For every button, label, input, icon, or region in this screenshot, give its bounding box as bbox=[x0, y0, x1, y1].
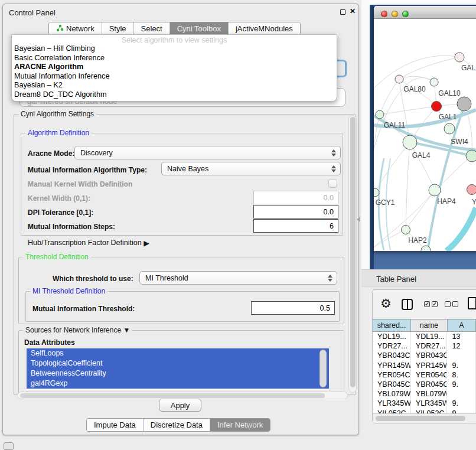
zoom-traffic-light-icon[interactable] bbox=[402, 11, 409, 17]
stepper-arrows-icon bbox=[327, 274, 332, 282]
column-header[interactable]: name bbox=[411, 319, 448, 331]
table-cell: YBR045C bbox=[373, 380, 411, 389]
network-canvas[interactable]: GALGAL80GAL10GAL1GAL11SWI4GAL4GCY1HAP4YH… bbox=[374, 19, 476, 251]
network-node-gal1[interactable] bbox=[432, 102, 442, 112]
mi-threshold-field[interactable]: 0.5 bbox=[251, 301, 335, 315]
network-node[interactable] bbox=[466, 150, 476, 162]
close-traffic-light-icon[interactable] bbox=[381, 11, 387, 17]
select-all-icon[interactable]: ✓✓ bbox=[424, 301, 438, 307]
control-panel-titlebar: Control Panel ✕ bbox=[3, 4, 358, 21]
network-node-gcy1[interactable] bbox=[374, 188, 379, 197]
node-label: GAL1 bbox=[439, 113, 457, 121]
hub-definition-toggle[interactable]: Hub/Transcription Factor Definition ▶ bbox=[28, 238, 149, 247]
dropdown-item[interactable]: Bayesian – Hill Climbing bbox=[12, 44, 337, 54]
table-cell bbox=[447, 389, 476, 399]
apply-button[interactable]: Apply bbox=[159, 399, 201, 412]
expand-right-icon: ▶ bbox=[144, 239, 149, 247]
minimize-traffic-light-icon[interactable] bbox=[392, 11, 398, 17]
threshold-definition-title: Threshold Definition bbox=[23, 253, 91, 261]
network-edge[interactable] bbox=[410, 142, 435, 190]
table-cell: 12 bbox=[447, 341, 476, 351]
dropdown-item[interactable]: ARACNE Algorithm bbox=[12, 63, 337, 72]
dropdown-item[interactable]: Basic Correlation Inference bbox=[12, 54, 337, 63]
attribute-list-item[interactable]: gal4RGexp bbox=[27, 379, 329, 389]
network-edge[interactable] bbox=[446, 208, 476, 251]
data-attributes-list[interactable]: SelfLoopsTopologicalCoefficientBetweenne… bbox=[27, 348, 329, 390]
sources-group-title[interactable]: Sources for Network Inference ▼ bbox=[23, 326, 132, 334]
table-cell: YER054C bbox=[411, 370, 448, 380]
network-window-titlebar[interactable] bbox=[374, 6, 476, 19]
tab-jactivemnodules[interactable]: jActiveMNodules bbox=[229, 22, 300, 35]
network-panel-edge bbox=[370, 5, 374, 269]
dpi-tolerance-field[interactable]: 0.0 bbox=[253, 205, 338, 219]
table-row[interactable]: YPR145WYPR145W9. bbox=[373, 361, 476, 370]
column-header[interactable]: shared... bbox=[373, 319, 411, 331]
attributes-list-scrollbar[interactable] bbox=[319, 350, 327, 387]
tab-cyni-toolbox[interactable]: Cyni Toolbox bbox=[170, 22, 229, 35]
split-columns-icon[interactable] bbox=[402, 299, 413, 310]
network-node[interactable] bbox=[457, 97, 471, 111]
mi-threshold-label: Mutual Information Threshold: bbox=[32, 305, 135, 313]
table-row[interactable]: YDR27...YDR27...12 bbox=[373, 341, 476, 351]
tab-discretize-data[interactable]: Discretize Data bbox=[144, 419, 210, 431]
network-node-gal[interactable] bbox=[455, 53, 464, 62]
manual-kernel-width-label: Manual Kernel Width Definition bbox=[28, 180, 132, 188]
table-cell: YDR27... bbox=[411, 341, 448, 351]
attribute-list-item[interactable]: SelfLoops bbox=[27, 348, 329, 358]
deselect-all-icon[interactable] bbox=[445, 301, 458, 307]
table-cell: YBL079W bbox=[411, 389, 448, 399]
minimized-panel-icon[interactable] bbox=[4, 442, 14, 450]
table-cell: YLR345W bbox=[411, 399, 448, 408]
network-edge[interactable] bbox=[374, 56, 459, 89]
network-node-swi4[interactable] bbox=[444, 123, 455, 134]
network-node-gal11[interactable] bbox=[376, 110, 384, 119]
table-row[interactable]: YER054CYER054C8. bbox=[373, 370, 476, 380]
table-row[interactable]: YBR043CYBR043C bbox=[373, 351, 476, 360]
table-cell: 9. bbox=[447, 380, 476, 389]
node-label: HAP4 bbox=[437, 197, 456, 206]
network-node-y[interactable] bbox=[467, 185, 476, 195]
table-toolbar: ⚙ ✓✓ bbox=[372, 294, 476, 317]
network-node-hap4[interactable] bbox=[429, 184, 441, 196]
dropdown-item[interactable]: Mutual Information Inference bbox=[12, 72, 337, 81]
float-window-icon[interactable] bbox=[340, 9, 345, 15]
node-label: GAL11 bbox=[384, 121, 406, 129]
table-row[interactable]: YBL079WYBL079W bbox=[373, 389, 476, 399]
settings-vertical-scrollbar[interactable] bbox=[348, 115, 357, 393]
kernel-width-field[interactable]: 0.0 bbox=[253, 191, 338, 204]
table-horizontal-scrollbar[interactable] bbox=[373, 413, 476, 422]
dropdown-item[interactable]: Bayesian – K2 bbox=[12, 81, 337, 90]
network-node-gal10[interactable] bbox=[430, 78, 438, 86]
table-row[interactable]: YDL19...YDL19...13 bbox=[373, 332, 476, 341]
network-edge[interactable] bbox=[406, 190, 435, 230]
export-table-icon[interactable] bbox=[468, 297, 476, 309]
which-threshold-select[interactable]: MI Threshold bbox=[139, 271, 337, 285]
tab-style[interactable]: Style bbox=[102, 22, 134, 35]
table-cell: YPR145W bbox=[411, 361, 448, 370]
gear-icon[interactable]: ⚙ bbox=[380, 296, 392, 311]
mi-steps-field[interactable]: 6 bbox=[253, 219, 338, 233]
tab-network[interactable]: Network bbox=[49, 22, 102, 35]
attribute-list-item[interactable]: TopologicalCoefficient bbox=[27, 358, 329, 369]
attribute-list-item[interactable]: BetweennessCentrality bbox=[27, 369, 329, 379]
panel-splitter[interactable] bbox=[361, 0, 370, 269]
dropdown-item[interactable]: Dream8 DC_TDC Algorithm bbox=[12, 90, 337, 100]
network-edge[interactable] bbox=[399, 57, 459, 79]
tab-impute-data[interactable]: Impute Data bbox=[87, 419, 144, 431]
table-row[interactable]: YLR345WYLR345W9. bbox=[373, 399, 476, 408]
tab-infer-network[interactable]: Infer Network bbox=[210, 419, 270, 431]
table-row[interactable]: YBR045CYBR045C9. bbox=[373, 380, 476, 389]
mi-algorithm-type-select[interactable]: Naive Bayes bbox=[161, 162, 341, 175]
close-icon[interactable]: ✕ bbox=[350, 7, 356, 15]
mi-algorithm-type-value: Naive Bayes bbox=[167, 165, 208, 173]
network-node-gal4[interactable] bbox=[403, 135, 417, 149]
tab-select[interactable]: Select bbox=[134, 22, 170, 35]
network-node-hap2[interactable] bbox=[402, 226, 410, 234]
network-node-gal80[interactable] bbox=[395, 75, 403, 83]
column-header[interactable]: A bbox=[448, 319, 476, 331]
manual-kernel-width-checkbox[interactable] bbox=[328, 179, 337, 188]
table-cell: 13 bbox=[447, 332, 476, 341]
network-window[interactable]: GALGAL80GAL10GAL1GAL11SWI4GAL4GCY1HAP4YH… bbox=[374, 6, 476, 251]
aracne-mode-select[interactable]: Discovery bbox=[74, 146, 341, 159]
table-cell: YBL079W bbox=[373, 389, 411, 399]
